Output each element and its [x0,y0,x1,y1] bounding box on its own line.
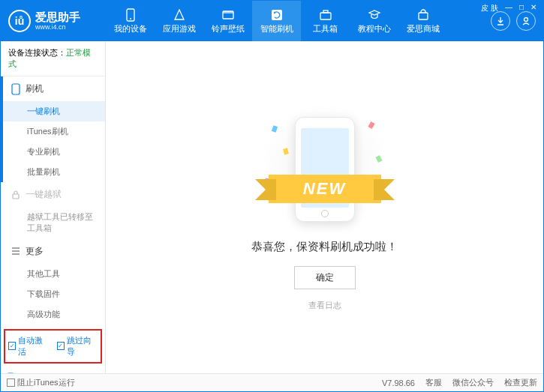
main-content: NEW 恭喜您，保资料刷机成功啦！ 确定 查看日志 [106,41,543,373]
device-status: 设备连接状态：正常模式 [1,41,105,76]
toolbox-icon [318,8,333,22]
sidebar: 设备连接状态：正常模式 刷机 一键刷机 iTunes刷机 专业刷机 批量刷机 一… [1,41,106,373]
sidebar-group-jailbreak: 一键越狱 越狱工具已转移至 工具箱 [1,182,105,239]
logo-icon: iů [8,10,31,32]
footer-left: 阻止iTunes运行 [7,377,75,388]
nav-smart-flash[interactable]: 智能刷机 [252,1,301,41]
footer: 阻止iTunes运行 V7.98.66 客服 微信公众号 检查更新 [1,373,543,391]
download-button[interactable] [491,11,510,31]
checkbox-label: 自动激活 [18,335,49,358]
maximize-button[interactable]: □ [517,3,526,13]
svg-rect-10 [13,194,19,199]
jailbreak-note: 越狱工具已转移至 工具箱 [3,207,105,239]
sidebar-item-pro-flash[interactable]: 专业刷机 [3,142,105,162]
sidebar-item-batch-flash[interactable]: 批量刷机 [3,162,105,182]
list-icon [11,247,21,256]
nav-label: 工具箱 [313,23,338,34]
success-illustration: NEW [257,103,392,231]
sidebar-group-more: 更多 其他工具 下载固件 高级功能 [1,239,105,325]
skin-button[interactable]: 皮 肤 [479,3,500,13]
svg-point-1 [130,18,131,19]
ok-button[interactable]: 确定 [294,266,356,289]
customer-service-link[interactable]: 客服 [425,377,442,388]
checkbox-icon: ✓ [57,342,65,350]
nav-store[interactable]: 爱思商城 [398,1,447,41]
checkbox-icon: ✓ [8,342,16,350]
app-subtitle: www.i4.cn [35,23,80,31]
svg-rect-3 [223,11,233,13]
nav-label: 铃声壁纸 [212,23,245,34]
connected-device[interactable]: iPhone 12 mini 64GB Down-12mini-13,1 [1,368,105,373]
wechat-link[interactable]: 微信公众号 [452,377,494,388]
sidebar-item-itunes-flash[interactable]: iTunes刷机 [3,121,105,142]
ringtone-icon [221,8,236,22]
checkbox-label: 跳过向导 [67,335,98,358]
checkbox-skip-guide[interactable]: ✓ 跳过向导 [57,335,98,358]
window-controls: 皮 肤 — □ ✕ [479,3,539,13]
sidebar-item-oneclick-flash[interactable]: 一键刷机 [3,101,105,121]
footer-right: V7.98.66 客服 微信公众号 检查更新 [382,377,537,388]
nav-label: 教程中心 [358,23,391,34]
options-highlight: ✓ 自动激活 ✓ 跳过向导 [4,329,102,364]
checkbox-icon [7,379,15,387]
checkbox-label: 阻止iTunes运行 [17,377,75,388]
checkbox-auto-activate[interactable]: ✓ 自动激活 [8,335,50,358]
nav-my-device[interactable]: 我的设备 [106,1,155,41]
main-nav: 我的设备 应用游戏 铃声壁纸 智能刷机 工具箱 教程中心 爱思商城 [106,1,483,41]
check-update-link[interactable]: 检查更新 [504,377,537,388]
sidebar-group-flash: 刷机 一键刷机 iTunes刷机 专业刷机 批量刷机 [1,76,105,182]
lock-icon [11,190,21,200]
nav-apps[interactable]: 应用游戏 [155,1,203,41]
header-actions [483,11,543,31]
phone-icon [11,83,21,95]
svg-point-8 [524,18,528,22]
flash-icon [269,8,284,22]
sidebar-head-label: 更多 [26,245,44,258]
svg-rect-7 [419,13,428,19]
device-icon [123,8,138,22]
app-title: 爱思助手 [35,11,80,24]
sidebar-head-jailbreak[interactable]: 一键越狱 [3,182,105,207]
header: iů 爱思助手 www.i4.cn 我的设备 应用游戏 铃声壁纸 智能刷机 工具… [1,1,543,41]
sidebar-head-label: 一键越狱 [26,188,62,201]
svg-rect-4 [272,10,282,20]
nav-label: 智能刷机 [260,23,293,34]
sidebar-item-other-tools[interactable]: 其他工具 [3,264,105,284]
checkbox-block-itunes[interactable]: 阻止iTunes运行 [7,377,75,388]
phone-icon [295,117,355,222]
close-button[interactable]: ✕ [528,3,539,13]
version-label: V7.98.66 [382,379,415,388]
nav-toolbox[interactable]: 工具箱 [301,1,350,41]
logo[interactable]: iů 爱思助手 www.i4.cn [1,10,106,32]
nav-label: 应用游戏 [163,23,196,34]
apps-icon [172,8,187,22]
svg-rect-6 [323,10,328,13]
view-log-link[interactable]: 查看日志 [308,300,341,311]
user-button[interactable] [516,11,536,31]
nav-ringtone[interactable]: 铃声壁纸 [203,1,252,41]
svg-rect-5 [320,13,331,19]
status-label: 设备连接状态： [8,48,66,57]
store-icon [416,8,431,22]
nav-label: 我的设备 [114,23,147,34]
sidebar-item-download-fw[interactable]: 下载固件 [3,284,105,304]
success-message: 恭喜您，保资料刷机成功啦！ [251,240,398,254]
sidebar-head-more[interactable]: 更多 [3,239,105,264]
sidebar-head-flash[interactable]: 刷机 [3,76,105,101]
tutorial-icon [367,8,382,22]
new-ribbon: NEW [269,175,381,203]
sidebar-head-label: 刷机 [26,82,44,95]
nav-tutorial[interactable]: 教程中心 [350,1,398,41]
nav-label: 爱思商城 [407,23,440,34]
minimize-button[interactable]: — [503,3,515,13]
sidebar-item-advanced[interactable]: 高级功能 [3,304,105,325]
svg-rect-9 [12,84,20,94]
